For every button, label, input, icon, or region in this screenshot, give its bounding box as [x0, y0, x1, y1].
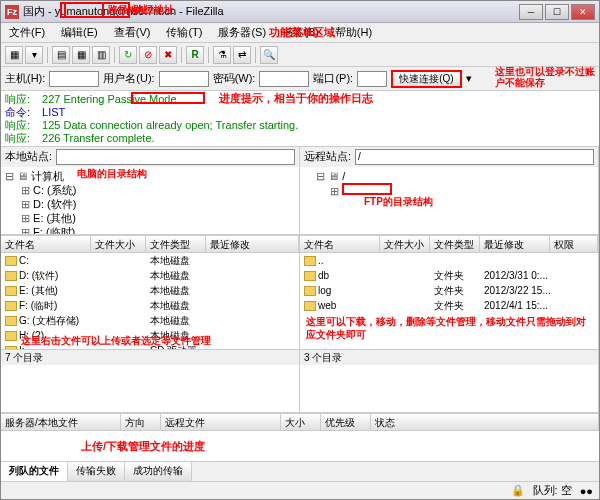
disconnect-icon[interactable]: ✖: [159, 46, 177, 64]
remote-path-input[interactable]: [355, 149, 594, 165]
local-tree-pane: 本地站点: 路径地址 计算机C: (系统)D: (软件)E: (其他)F: (临…: [1, 147, 300, 234]
menu-help[interactable]: 帮助(H): [331, 23, 376, 42]
window-title: 国内 - yumanutong@ns6.7iit.cn - FileZilla: [23, 4, 519, 19]
port-label: 端口(P):: [313, 71, 353, 86]
host-input[interactable]: [49, 71, 99, 87]
sitemanager-icon[interactable]: ▦: [5, 46, 23, 64]
user-label: 用户名(U):: [103, 71, 154, 86]
dropdown-icon[interactable]: ▾: [25, 46, 43, 64]
tree-node[interactable]: D: (软件): [3, 197, 297, 211]
col-perm[interactable]: 权限: [550, 236, 598, 252]
toggle-tree-icon[interactable]: ▦: [72, 46, 90, 64]
queue-status: 队列: 空: [533, 483, 572, 498]
lock-icon: 🔒: [511, 484, 525, 497]
col-type[interactable]: 文件类型: [430, 236, 480, 252]
menubar: 文件(F) 编辑(E) 查看(V) 传输(T) 服务器(S) 书签(B) 帮助(…: [1, 23, 599, 43]
col-type[interactable]: 文件类型: [146, 236, 206, 252]
find-icon[interactable]: 🔍: [260, 46, 278, 64]
menu-bookmarks[interactable]: 书签(B): [278, 23, 323, 42]
local-tree[interactable]: 计算机C: (系统)D: (软件)E: (其他)F: (临时)G: (文档存储)…: [1, 167, 299, 234]
local-path-input[interactable]: [56, 149, 295, 165]
reconnect-icon[interactable]: R: [186, 46, 204, 64]
col-server[interactable]: 服务器/本地文件: [1, 414, 121, 430]
remote-tree-pane: 远程站点: 路径地址 / FTP的目录结构: [300, 147, 599, 234]
list-item[interactable]: web文件夹2012/4/1 15:...: [300, 298, 598, 313]
tab-failed[interactable]: 传输失败: [68, 462, 125, 481]
col-size[interactable]: 文件大小: [380, 236, 430, 252]
remote-status: 3 个目录: [300, 349, 598, 365]
pass-input[interactable]: [259, 71, 309, 87]
local-file-list[interactable]: C:本地磁盘D: (软件)本地磁盘E: (其他)本地磁盘F: (临时)本地磁盘G…: [1, 253, 299, 349]
annotation: 这里可以下载，移动，删除等文件管理，移动文件只需拖动到对应文件夹即可: [306, 315, 586, 341]
tab-queued[interactable]: 列队的文件: [1, 462, 68, 481]
tab-ok[interactable]: 成功的传输: [125, 462, 192, 481]
menu-file[interactable]: 文件(F): [5, 23, 49, 42]
user-input[interactable]: [159, 71, 209, 87]
list-item[interactable]: I:CD 驱动器: [1, 343, 299, 349]
queue-tabs: 列队的文件 传输失败 成功的传输: [1, 461, 599, 481]
col-prio[interactable]: 优先级: [321, 414, 371, 430]
dropdown-icon[interactable]: ▾: [466, 72, 472, 85]
col-remote[interactable]: 远程文件: [161, 414, 281, 430]
local-file-pane: 文件名 文件大小 文件类型 最近修改 C:本地磁盘D: (软件)本地磁盘E: (…: [1, 235, 300, 412]
remote-file-list[interactable]: ..db文件夹2012/3/31 0:...log文件夹2012/3/22 15…: [300, 253, 598, 349]
tree-node[interactable]: C: (系统): [3, 183, 297, 197]
quickconnect-button[interactable]: 快速连接(Q): [391, 70, 461, 88]
col-mod[interactable]: 最近修改: [206, 236, 299, 252]
transfer-queue[interactable]: 服务器/本地文件 方向 远程文件 大小 优先级 状态 上传/下载管理文件的进度: [1, 413, 599, 461]
remote-path-label: 远程站点:: [304, 149, 351, 164]
toolbar: ▦ ▾ ▤ ▦ ▥ ↻ ⊘ ✖ R ⚗ ⇄ 🔍: [1, 43, 599, 67]
remote-file-header[interactable]: 文件名 文件大小 文件类型 最近修改 权限: [300, 235, 598, 253]
toggle-log-icon[interactable]: ▤: [52, 46, 70, 64]
col-dir[interactable]: 方向: [121, 414, 161, 430]
col-name[interactable]: 文件名: [1, 236, 91, 252]
stop-icon[interactable]: ⊘: [139, 46, 157, 64]
menu-view[interactable]: 查看(V): [110, 23, 155, 42]
compare-icon[interactable]: ⇄: [233, 46, 251, 64]
col-stat[interactable]: 状态: [371, 414, 599, 430]
menu-edit[interactable]: 编辑(E): [57, 23, 102, 42]
col-mod[interactable]: 最近修改: [480, 236, 550, 252]
titlebar: Fz 国内 - yumanutong@ns6.7iit.cn - FileZil…: [1, 1, 599, 23]
filter-icon[interactable]: ⚗: [213, 46, 231, 64]
menu-server[interactable]: 服务器(S): [214, 23, 270, 42]
local-path-label: 本地站点:: [5, 149, 52, 164]
annotation: 上传/下载管理文件的进度: [81, 439, 205, 454]
host-label: 主机(H):: [5, 71, 45, 86]
close-button[interactable]: ✕: [571, 4, 595, 20]
annotation: 这里也可以登录不过账户不能保存: [495, 66, 595, 88]
local-status: 7 个目录: [1, 349, 299, 365]
port-input[interactable]: [357, 71, 387, 87]
local-file-header[interactable]: 文件名 文件大小 文件类型 最近修改: [1, 235, 299, 253]
refresh-icon[interactable]: ↻: [119, 46, 137, 64]
tree-node[interactable]: E: (其他): [3, 211, 297, 225]
tree-node[interactable]: F: (临时): [3, 225, 297, 234]
menu-transfer[interactable]: 传输(T): [162, 23, 206, 42]
minimize-button[interactable]: ─: [519, 4, 543, 20]
toggle-queue-icon[interactable]: ▥: [92, 46, 110, 64]
pass-label: 密码(W):: [213, 71, 256, 86]
statusbar: 🔒 队列: 空 ●●: [1, 481, 599, 499]
message-log[interactable]: 响应: 227 Entering Passive Mode命令: LIST响应:…: [1, 91, 599, 147]
app-icon: Fz: [5, 5, 19, 19]
quickconnect-bar: 主机(H): 用户名(U): 密码(W): 端口(P): 快速连接(Q) ▾ 这…: [1, 67, 599, 91]
maximize-button[interactable]: ☐: [545, 4, 569, 20]
tree-node[interactable]: 计算机: [3, 169, 297, 183]
remote-file-pane: 文件名 文件大小 文件类型 最近修改 权限 ..db文件夹2012/3/31 0…: [300, 235, 599, 412]
col-name[interactable]: 文件名: [300, 236, 380, 252]
col-size[interactable]: 大小: [281, 414, 321, 430]
remote-tree[interactable]: / FTP的目录结构: [300, 167, 598, 234]
col-size[interactable]: 文件大小: [91, 236, 146, 252]
